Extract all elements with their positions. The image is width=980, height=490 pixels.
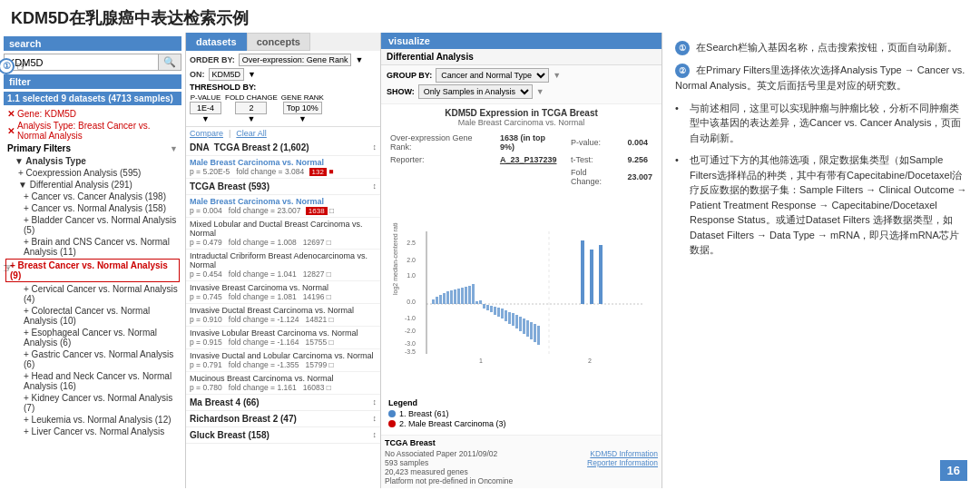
svg-rect-22 xyxy=(465,287,467,304)
footer-row: No Associated Paper 2011/09/02 593 sampl… xyxy=(385,449,658,485)
rank-icon-richardson: ↕ xyxy=(373,414,377,423)
dataset-stats-intraductal: p = 0.454 fold change = 1.041 12827 □ xyxy=(190,270,377,279)
tree-item-brain[interactable]: + Brain and CNS Cancer vs. Normal Analys… xyxy=(4,236,181,258)
svg-rect-15 xyxy=(439,295,442,304)
rank-icon-ma: ↕ xyxy=(373,397,377,407)
legend-label-2: 2. Male Breast Carcinoma (3) xyxy=(399,419,506,428)
footer-link2[interactable]: Reporter Information xyxy=(587,458,658,467)
primary-filters-header: Primary Filters ▼ xyxy=(4,142,181,155)
tab-datasets[interactable]: datasets xyxy=(186,33,247,51)
svg-rect-32 xyxy=(501,309,504,318)
svg-text:log2 median-centered ratio: log2 median-centered ratio xyxy=(392,222,399,295)
legend-item-1: 1. Breast (61) xyxy=(388,409,654,418)
svg-rect-25 xyxy=(475,301,478,304)
tree-item-cancer-normal[interactable]: + Cancer vs. Normal Analysis (158) xyxy=(4,202,181,214)
tree-item-kidney[interactable]: + Kidney Cancer vs. Normal Analysis (7) xyxy=(4,392,181,414)
filter-header: filter xyxy=(4,74,181,89)
circle-2: ② xyxy=(675,64,690,78)
svg-text:-2.0: -2.0 xyxy=(404,328,415,334)
svg-rect-31 xyxy=(497,308,500,317)
reporter-value[interactable]: A_23_P137239 xyxy=(496,154,565,165)
footer-dataset: TCGA Breast xyxy=(385,438,658,447)
tree-item-bladder[interactable]: + Bladder Cancer vs. Normal Analysis (5) xyxy=(4,214,181,236)
svg-rect-36 xyxy=(515,315,518,328)
gene-rank-arrow: ▼ xyxy=(299,114,307,123)
legend-title: Legend xyxy=(388,398,654,407)
tree-item-liver[interactable]: + Liver Cancer vs. Normal Analysis xyxy=(4,426,181,437)
annotation-1: ① xyxy=(0,58,15,74)
svg-text:2: 2 xyxy=(588,358,592,364)
right-text-1: 在Search栏输入基因名称，点击搜索按钮，页面自动刷新。 xyxy=(696,42,957,53)
search-button[interactable]: 🔍 xyxy=(158,54,181,70)
right-item-1: ① 在Search栏输入基因名称，点击搜索按钮，页面自动刷新。 xyxy=(675,40,967,55)
p-value-input[interactable]: 1E-4 xyxy=(190,102,221,114)
tree-item-esophageal[interactable]: + Esophageal Cancer vs. Normal Analysis … xyxy=(4,327,181,348)
tab-concepts[interactable]: concepts xyxy=(247,33,310,51)
show-arrow: ▼ xyxy=(536,87,544,96)
filter-tag-type[interactable]: ✕Analysis Type: Breast Cancer vs. Normal… xyxy=(4,120,181,142)
dataset-item-invasive-ductal[interactable]: Invasive Ductal Breast Carcinoma vs. Nor… xyxy=(186,304,380,327)
fold-change-label: FOLD CHANGE xyxy=(225,93,278,102)
tree-item-breast-highlighted[interactable]: + Breast Cancer vs. Normal Analysis (9) xyxy=(5,259,180,282)
visualize-panel: visualize Differential Analysis GROUP BY… xyxy=(381,33,662,488)
show-label: SHOW: xyxy=(387,87,415,96)
svg-rect-14 xyxy=(436,297,438,304)
tree-item-head-neck[interactable]: + Head and Neck Cancer vs. Normal Analys… xyxy=(4,370,181,392)
search-section: search 🔍 xyxy=(4,36,181,71)
dataset-item-male-2[interactable]: Male Breast Carcinoma vs. Normal p = 0.0… xyxy=(186,195,380,218)
right-text-3: 与前述相同，这里可以实现肿瘤与肿瘤比较，分析不同肿瘤类型中该基因的表达差异，选C… xyxy=(690,101,967,146)
tree-item-analysis-type[interactable]: ▼ Analysis Type xyxy=(4,155,181,167)
clear-all-link[interactable]: Clear All xyxy=(236,129,267,138)
bars-group1 xyxy=(432,284,540,345)
tree-item-cervical[interactable]: + Cervical Cancer vs. Normal Analysis (4… xyxy=(4,283,181,305)
compare-link[interactable]: Compare xyxy=(190,129,223,138)
dataset-item-invasive-lobular[interactable]: Invasive Lobular Breast Carcinoma vs. No… xyxy=(186,327,380,349)
hand-2: ☞ xyxy=(4,260,14,275)
tree-item-coexpression[interactable]: + Coexpression Analysis (595) xyxy=(4,167,181,179)
left-panel: ① ☞ search 🔍 filter 1.1 selected 9 datas… xyxy=(0,33,186,488)
gene-rank-input[interactable]: Top 10% xyxy=(283,102,322,114)
dataset-item-male-1[interactable]: Male Breast Carcinoma vs. Normal p = 5.2… xyxy=(186,156,380,179)
rank-label: Over-expression Gene Rank: xyxy=(387,132,495,152)
dataset-group-richardson: Richardson Breast 2 (47) ↕ xyxy=(186,411,380,427)
dataset-group-gluck: Gluck Breast (158) ↕ xyxy=(186,427,380,444)
tree-item-gastric[interactable]: + Gastric Cancer vs. Normal Analysis (6) xyxy=(4,348,181,370)
filter-tag-gene[interactable]: ✕Gene: KDM5D xyxy=(4,108,181,120)
footer-info: TCGA Breast No Associated Paper 2011/09/… xyxy=(381,435,662,488)
dataset-item-invasive-breast[interactable]: Invasive Breast Carcinoma vs. Normal p =… xyxy=(186,281,380,304)
dataset-item-mucinous[interactable]: Mucinous Breast Carcinoma vs. Normal p =… xyxy=(186,372,380,395)
order-by-label: ORDER BY: xyxy=(190,55,235,64)
tree-item-cancer-cancer[interactable]: + Cancer vs. Cancer Analysis (198) xyxy=(4,191,181,202)
tree-item-leukemia[interactable]: + Leukemia vs. Normal Analysis (12) xyxy=(4,414,181,426)
footer-genes: 20,423 measured genes xyxy=(385,467,513,476)
svg-text:-1.0: -1.0 xyxy=(404,315,415,321)
dataset-item-intraductal[interactable]: Intraductal Cribriform Breast Adenocarci… xyxy=(186,250,380,281)
fold-value: 23.007 xyxy=(623,167,656,187)
svg-rect-19 xyxy=(454,289,456,304)
fold-change-input[interactable]: 2 xyxy=(235,102,267,114)
svg-rect-35 xyxy=(512,313,514,326)
svg-text:1.0: 1.0 xyxy=(407,272,416,279)
viz-tab[interactable]: visualize xyxy=(381,33,662,49)
dataset-item-invasive-ductal-lobular[interactable]: Invasive Ductal and Lobular Carcinoma vs… xyxy=(186,349,380,372)
order-by-value[interactable]: Over-expression: Gene Rank xyxy=(239,54,352,66)
svg-rect-20 xyxy=(457,289,460,304)
svg-rect-42 xyxy=(537,326,540,345)
p-value-stat: 0.004 xyxy=(623,132,656,152)
legend-dot-2 xyxy=(388,420,396,427)
dataset-item-mixed[interactable]: Mixed Lobular and Ductal Breast Carcinom… xyxy=(186,218,380,250)
tree-item-colorectal[interactable]: + Colorectal Cancer vs. Normal Analysis … xyxy=(4,305,181,327)
right-bullet-2: • 也可通过下方的其他筛选项，限定数据集类型（如Sample Filters选择… xyxy=(675,152,967,258)
legend-label-1: 1. Breast (61) xyxy=(399,409,449,418)
footer-link1[interactable]: KDM5D Information xyxy=(587,449,658,458)
svg-rect-30 xyxy=(494,307,496,315)
show-select[interactable]: Only Samples in Analysis xyxy=(418,84,533,99)
svg-rect-27 xyxy=(483,304,485,309)
group-by-select[interactable]: Cancer and Normal Type xyxy=(436,68,549,83)
right-bullet-1: • 与前述相同，这里可以实现肿瘤与肿瘤比较，分析不同肿瘤类型中该基因的表达差异，… xyxy=(675,101,967,146)
hand-1: ☞ xyxy=(16,59,28,74)
svg-text:-3.0: -3.0 xyxy=(404,340,415,347)
viz-subtitle: Differential Analysis xyxy=(381,49,662,65)
on-value[interactable]: KDM5D xyxy=(209,68,245,81)
tree-item-differential[interactable]: ▼ Differential Analysis (291) xyxy=(4,179,181,191)
